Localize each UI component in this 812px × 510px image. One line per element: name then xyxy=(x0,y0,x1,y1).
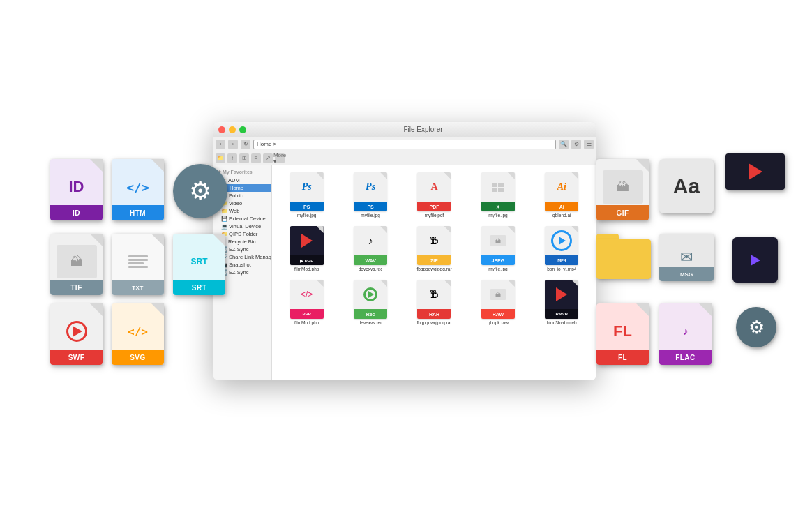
files-grid: Ps PS myfile.jpg Ps PS myfile.jpg xyxy=(276,170,592,328)
file-name: bloo3bvd.rmvb xyxy=(547,320,577,325)
file-item[interactable]: ▶ PHP filmMod.php xyxy=(276,223,337,274)
file-name: filmMod.php xyxy=(294,320,319,325)
search-button[interactable]: 🔍 xyxy=(559,140,569,149)
floating-icon-folder xyxy=(596,234,651,279)
floating-icon-flac: ♪ FLAC xyxy=(659,303,712,365)
sidebar-item-virtual[interactable]: 💻 Virtual Device xyxy=(213,223,271,230)
floating-icon-font: Aa xyxy=(659,159,714,213)
file-name: myfile.jpg xyxy=(488,267,507,271)
file-name: qblend.ai xyxy=(552,213,571,218)
floating-icon-srt: SRT SRT xyxy=(173,234,225,295)
file-item[interactable]: X myfile.jpg xyxy=(467,170,528,220)
file-item[interactable]: 🗜 RAR fbgpgqwqlpdq.rar xyxy=(404,277,465,328)
view-button[interactable]: ☰ xyxy=(584,140,594,149)
file-name: devexvs.rec xyxy=(359,267,383,271)
minimize-button[interactable] xyxy=(229,126,236,133)
browser-titlebar: File Explorer xyxy=(213,122,596,137)
main-content: Ps PS myfile.jpg Ps PS myfile.jpg xyxy=(272,165,596,380)
floating-icon-gear: ⚙ xyxy=(173,164,227,218)
floating-icon-htm: </> HTM xyxy=(112,159,164,220)
grid-view-button[interactable]: ⊞ xyxy=(239,153,249,163)
file-item[interactable]: Ps PS myfile.jpg xyxy=(340,170,400,220)
file-item[interactable]: RMVB bloo3bvd.rmvb xyxy=(532,277,592,328)
maximize-button[interactable] xyxy=(239,126,246,133)
address-bar[interactable]: Home > xyxy=(253,140,556,149)
floating-icon-doc: TXT xyxy=(112,234,164,295)
browser-toolbar-1: ‹ › ↻ Home > 🔍 ⚙ ☰ xyxy=(213,137,596,151)
floating-icon-fl: FL FL xyxy=(596,303,649,365)
refresh-button[interactable]: ↻ xyxy=(241,140,250,149)
floating-icon-swf: SWF xyxy=(50,303,103,365)
floating-icon-svg: </> SVG xyxy=(112,303,164,365)
file-item[interactable]: MP4 bon_jo_vi.mp4 xyxy=(532,223,592,274)
file-name: myfile.jpg xyxy=(488,213,507,218)
file-item[interactable]: Ai Ai qblend.ai xyxy=(532,170,592,220)
file-name: bon_jo_vi.mp4 xyxy=(547,267,576,271)
file-item[interactable]: 🗜 ZIP fbgpgqwqlpdq.rar xyxy=(404,223,465,274)
file-item[interactable]: 🏔 RAW qbopk.raw xyxy=(467,277,528,328)
file-name: myfile.jpg xyxy=(297,213,316,218)
file-item[interactable]: A PDF myfile.pdf xyxy=(404,170,465,220)
file-name: myfile.pdf xyxy=(425,213,444,218)
settings-button[interactable]: ⚙ xyxy=(571,140,581,149)
file-name: qbopk.raw xyxy=(488,320,509,325)
floating-icon-msg: ✉ MSG xyxy=(659,234,714,281)
floating-icon-gif: 🏔 GIF xyxy=(596,159,649,220)
file-name: filmMod.php xyxy=(294,267,319,271)
file-item[interactable]: 🏔 JPEG myfile.jpg xyxy=(467,223,528,274)
file-name: fbgpgqwqlpdq.rar xyxy=(416,267,451,271)
file-item[interactable]: </> PHP filmMod.php xyxy=(276,277,337,328)
file-item[interactable]: ♪ WAV devexvs.rec xyxy=(340,223,400,274)
browser-window: File Explorer ‹ › ↻ Home > 🔍 ⚙ ☰ 📁 ↑ ⊞ ≡… xyxy=(213,122,596,380)
back-button[interactable]: ‹ xyxy=(216,140,225,149)
file-name: devexvs.rec xyxy=(359,320,383,325)
floating-icon-video-large xyxy=(725,153,785,190)
close-button[interactable] xyxy=(218,126,225,133)
file-name: myfile.jpg xyxy=(361,213,379,218)
browser-toolbar-2: 📁 ↑ ⊞ ≡ ↗ More ▾ xyxy=(213,151,596,165)
file-name: fbgpgqwqlpdq.rar xyxy=(416,320,451,325)
floating-icon-tif: 🏔 TIF xyxy=(50,234,103,295)
browser-title: File Explorer xyxy=(255,126,591,133)
forward-button[interactable]: › xyxy=(228,140,238,149)
address-text: Home > xyxy=(257,141,276,147)
floating-icon-indesign: ID ID xyxy=(50,159,103,220)
more-button[interactable]: More ▾ xyxy=(275,153,285,163)
floating-icon-purple-play xyxy=(732,237,778,283)
list-view-button[interactable]: ≡ xyxy=(251,153,261,163)
file-item[interactable]: Rec devexvs.rec xyxy=(340,277,400,328)
new-folder-button[interactable]: 📁 xyxy=(216,153,225,163)
browser-body: ★ My Favorites ★ ADM 🏠 Home 📁 Public 📁 V… xyxy=(213,165,596,380)
file-item[interactable]: Ps PS myfile.jpg xyxy=(276,170,337,220)
upload-button[interactable]: ↑ xyxy=(227,153,237,163)
floating-icon-gear-small: ⚙ xyxy=(736,307,776,347)
share-button[interactable]: ↗ xyxy=(263,153,273,163)
